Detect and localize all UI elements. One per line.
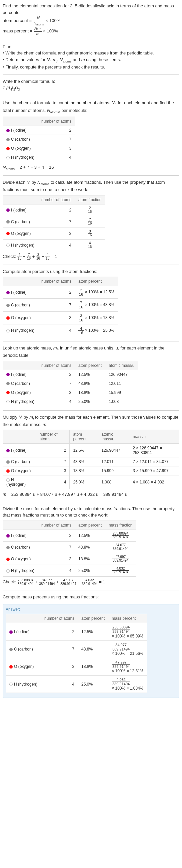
element-cell: H (hydrogen)	[3, 475, 36, 489]
table-row: H (hydrogen)425.0%4.032389.91494	[3, 565, 136, 576]
plan-heading: Plan:	[3, 43, 179, 50]
atompct-table: number of atomsatom percent I (iodine)22…	[3, 277, 118, 337]
hydrogen-swatch-icon	[6, 478, 10, 482]
element-cell: H (hydrogen)	[3, 239, 38, 251]
iodine-swatch-icon	[6, 291, 10, 294]
table-row: I (iodine)2216	[3, 204, 105, 216]
table-row: H (hydrogen)4	[3, 153, 75, 162]
atomfrac-section: Divide each Ni by Natoms to calculate at…	[3, 179, 179, 260]
atomicmass-section: Look up the atomic mass, mi, in unified …	[3, 345, 179, 406]
table-row: C (carbon)7716 × 100% = 43.8%	[3, 299, 118, 311]
atomfrac-table: number of atomsatom fraction I (iodine)2…	[3, 195, 105, 251]
element-cell: O (oxygen)	[3, 466, 36, 475]
carbon-swatch-icon	[6, 138, 10, 141]
intro-title: Find the elemental composition for 3, 5-…	[3, 3, 179, 16]
carbon-swatch-icon	[6, 220, 10, 223]
plan-section: Plan: • Write the chemical formula and g…	[3, 43, 179, 70]
divider	[3, 74, 179, 75]
table-row: O (oxygen)3316 × 100% = 18.8%	[3, 311, 118, 324]
table-row: O (oxygen)318.8%15.999	[3, 388, 138, 397]
table-row: I (iodine)212.5%126.904472 × 126.90447 =…	[3, 444, 179, 457]
element-cell: C (carbon)	[3, 457, 36, 466]
carbon-swatch-icon	[9, 648, 13, 651]
iodine-swatch-icon	[6, 129, 10, 132]
divider	[3, 265, 179, 265]
element-cell: O (oxygen)	[3, 227, 38, 239]
element-cell: O (oxygen)	[3, 144, 38, 153]
oxygen-swatch-icon	[6, 558, 10, 561]
element-cell: I (iodine)	[3, 530, 38, 541]
element-cell: I (iodine)	[3, 126, 38, 135]
table-row: C (carbon)743.8%12.0117 × 12.011 = 84.07…	[3, 457, 179, 466]
answer-table: number of atomsatom percentmass percent …	[6, 614, 147, 693]
element-cell: I (iodine)	[3, 444, 36, 457]
formula-section: Write the chemical formula: C7H4I2O3	[3, 78, 179, 92]
element-cell: O (oxygen)	[3, 553, 38, 565]
element-cell: O (oxygen)	[6, 658, 41, 675]
table-row: O (oxygen)3316	[3, 227, 105, 239]
divider	[3, 590, 179, 590]
natoms-total: Natoms = 2 + 7 + 3 + 4 = 16	[3, 164, 179, 172]
iodine-swatch-icon	[6, 373, 10, 376]
divider	[3, 40, 179, 40]
element-cell: O (oxygen)	[3, 311, 38, 324]
mass-percent-fraction: Nimi m	[34, 26, 42, 36]
table-row: O (oxygen)318.8%47.997389.91494	[3, 553, 136, 565]
iodine-swatch-icon	[6, 209, 10, 212]
element-cell: I (iodine)	[3, 370, 38, 379]
divider	[3, 176, 179, 176]
table-row: C (carbon)743.8%84.077389.91494	[3, 541, 136, 553]
plan-bullet-3: • Finally, compute the percents and chec…	[3, 64, 179, 70]
molmass-total: m = 253.80894 u + 84.077 u + 47.997 u + …	[3, 491, 179, 498]
divider	[3, 502, 179, 502]
divider	[3, 341, 179, 341]
massfrac-section: Divide the mass for each element by m to…	[3, 505, 179, 586]
table-row: H (hydrogen)425.0%1.008	[3, 397, 138, 406]
massfrac-heading: Divide the mass for each element by m to…	[3, 505, 179, 519]
table-row: O (oxygen)3	[3, 144, 75, 153]
table-row: O (oxygen)318.8%15.9993 × 15.999 = 47.99…	[3, 466, 179, 475]
table-row: I (iodine)2216 × 100% = 12.5%	[3, 286, 118, 299]
element-cell: H (hydrogen)	[3, 565, 38, 576]
oxygen-swatch-icon	[6, 232, 10, 235]
element-cell: C (carbon)	[3, 216, 38, 227]
element-cell: H (hydrogen)	[6, 675, 41, 692]
hydrogen-swatch-icon	[6, 329, 10, 333]
divider	[3, 410, 179, 411]
atomfrac-check: Check: 216 + 716 + 316 + 416 = 1	[3, 253, 179, 260]
atom-percent-fraction: Ni Natoms	[33, 16, 44, 26]
element-cell: C (carbon)	[3, 135, 38, 144]
table-row: C (carbon)7	[3, 135, 75, 144]
plan-bullet-1: • Write the chemical formula and gather …	[3, 50, 179, 57]
table-row: I (iodine)212.5%253.80894389.91494× 100%…	[6, 623, 147, 641]
count-section: Use the chemical formula to count the nu…	[3, 99, 179, 172]
answer-box: Answer: number of atomsatom percentmass …	[3, 604, 179, 698]
table-row: C (carbon)7716	[3, 216, 105, 227]
element-cell: C (carbon)	[3, 379, 38, 388]
iodine-swatch-icon	[9, 630, 13, 634]
table-row: I (iodine)2	[3, 126, 75, 135]
table-row: H (hydrogen)4416 × 100% = 25.0%	[3, 324, 118, 337]
table-row: H (hydrogen)4416	[3, 239, 105, 251]
carbon-swatch-icon	[6, 460, 10, 464]
molmass-table: number of atomsatom percentatomic mass/u…	[3, 430, 179, 489]
intro-section: Find the elemental composition for 3, 5-…	[3, 3, 179, 36]
count-table: number of atoms I (iodine)2C (carbon)7O …	[3, 117, 75, 162]
table-row: H (hydrogen)425.0%1.0084 × 1.008 = 4.032	[3, 475, 179, 489]
massfrac-table: number of atomsatom percentmass fraction…	[3, 521, 136, 577]
formula-heading: Write the chemical formula:	[3, 78, 179, 85]
element-cell: I (iodine)	[3, 286, 38, 299]
iodine-swatch-icon	[6, 534, 10, 537]
table-row: O (oxygen)318.8%47.997389.91494× 100% = …	[6, 658, 147, 675]
hydrogen-swatch-icon	[6, 569, 10, 572]
atompct-heading: Compute atom percents using the atom fra…	[3, 268, 179, 275]
oxygen-swatch-icon	[6, 147, 10, 150]
atompct-section: Compute atom percents using the atom fra…	[3, 268, 179, 337]
chemical-formula: C7H4I2O3	[3, 85, 179, 92]
oxygen-swatch-icon	[9, 665, 13, 669]
atom-percent-def: atom percent = Ni Natoms × 100%	[3, 16, 179, 26]
divider	[3, 96, 179, 96]
carbon-swatch-icon	[6, 382, 10, 385]
element-cell: C (carbon)	[6, 641, 41, 658]
element-cell: H (hydrogen)	[3, 153, 38, 162]
